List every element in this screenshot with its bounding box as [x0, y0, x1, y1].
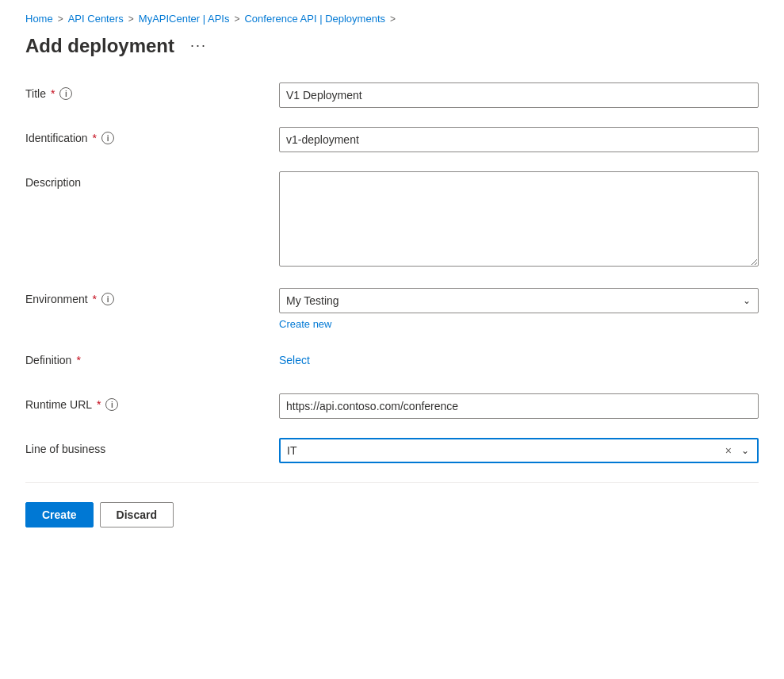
- description-label-text: Description: [25, 176, 81, 189]
- line-of-business-label: Line of business: [25, 438, 279, 455]
- breadcrumb-sep-4: >: [390, 13, 396, 25]
- form-divider: [25, 482, 759, 483]
- title-asterisk: *: [51, 87, 55, 100]
- runtime-url-asterisk: *: [97, 398, 101, 411]
- line-of-business-input[interactable]: [279, 438, 759, 463]
- more-options-button[interactable]: ···: [184, 34, 213, 57]
- runtime-url-control: [279, 393, 759, 419]
- line-of-business-clear-button[interactable]: ×: [722, 443, 735, 458]
- breadcrumb-home[interactable]: Home: [25, 13, 53, 25]
- description-row: Description: [25, 171, 759, 269]
- breadcrumb-my-api-center[interactable]: MyAPICenter | APIs: [139, 13, 230, 25]
- combobox-actions: × ⌄: [722, 438, 759, 463]
- description-label: Description: [25, 171, 279, 189]
- line-of-business-control: × ⌄: [279, 438, 759, 463]
- environment-label: Environment * i: [25, 288, 279, 305]
- line-of-business-chevron-button[interactable]: ⌄: [738, 443, 752, 458]
- line-of-business-label-text: Line of business: [25, 443, 105, 455]
- runtime-url-info-icon: i: [105, 398, 118, 411]
- breadcrumb-sep-2: >: [128, 13, 134, 25]
- identification-row: Identification * i: [25, 127, 759, 152]
- definition-control: Select: [279, 349, 759, 366]
- runtime-url-input[interactable]: [279, 393, 759, 419]
- page-title: Add deployment: [25, 35, 174, 57]
- close-icon: ×: [725, 444, 732, 457]
- definition-label-text: Definition: [25, 354, 71, 366]
- identification-info-icon: i: [101, 132, 114, 144]
- identification-asterisk: *: [93, 132, 97, 144]
- description-textarea[interactable]: [279, 171, 759, 267]
- runtime-url-label: Runtime URL * i: [25, 393, 279, 411]
- title-label-text: Title: [25, 87, 46, 100]
- title-label: Title * i: [25, 82, 279, 100]
- identification-label: Identification * i: [25, 127, 279, 144]
- title-input[interactable]: [279, 82, 759, 108]
- breadcrumb-conference-api[interactable]: Conference API | Deployments: [244, 13, 385, 25]
- chevron-down-icon: ⌄: [741, 445, 749, 456]
- definition-asterisk: *: [76, 354, 80, 366]
- breadcrumb: Home > API Centers > MyAPICenter | APIs …: [25, 0, 759, 34]
- button-row: Create Discard: [25, 502, 759, 527]
- title-row: Title * i: [25, 82, 759, 108]
- environment-label-text: Environment: [25, 293, 88, 305]
- create-new-link[interactable]: Create new: [279, 318, 331, 330]
- definition-select-link[interactable]: Select: [279, 349, 310, 366]
- breadcrumb-sep-3: >: [234, 13, 239, 25]
- identification-input[interactable]: [279, 127, 759, 152]
- environment-info-icon: i: [101, 293, 114, 305]
- description-control: [279, 171, 759, 269]
- runtime-url-row: Runtime URL * i: [25, 393, 759, 419]
- definition-row: Definition * Select: [25, 349, 759, 374]
- environment-select[interactable]: My Testing: [279, 288, 759, 313]
- create-button[interactable]: Create: [25, 502, 94, 527]
- breadcrumb-api-centers[interactable]: API Centers: [68, 13, 124, 25]
- breadcrumb-sep-1: >: [58, 13, 63, 25]
- line-of-business-row: Line of business × ⌄: [25, 438, 759, 463]
- title-info-icon: i: [59, 87, 72, 100]
- title-control: [279, 82, 759, 108]
- add-deployment-form: Title * i Identification * i Description…: [25, 82, 759, 527]
- runtime-url-label-text: Runtime URL: [25, 398, 92, 411]
- identification-control: [279, 127, 759, 152]
- environment-row: Environment * i My Testing ⌄ Create new: [25, 288, 759, 330]
- definition-label: Definition *: [25, 349, 279, 366]
- environment-asterisk: *: [93, 293, 97, 305]
- discard-button[interactable]: Discard: [100, 502, 174, 527]
- line-of-business-combobox: × ⌄: [279, 438, 759, 463]
- identification-label-text: Identification: [25, 132, 88, 144]
- page-header: Add deployment ···: [25, 34, 759, 57]
- environment-select-wrapper: My Testing ⌄: [279, 288, 759, 313]
- environment-control: My Testing ⌄ Create new: [279, 288, 759, 330]
